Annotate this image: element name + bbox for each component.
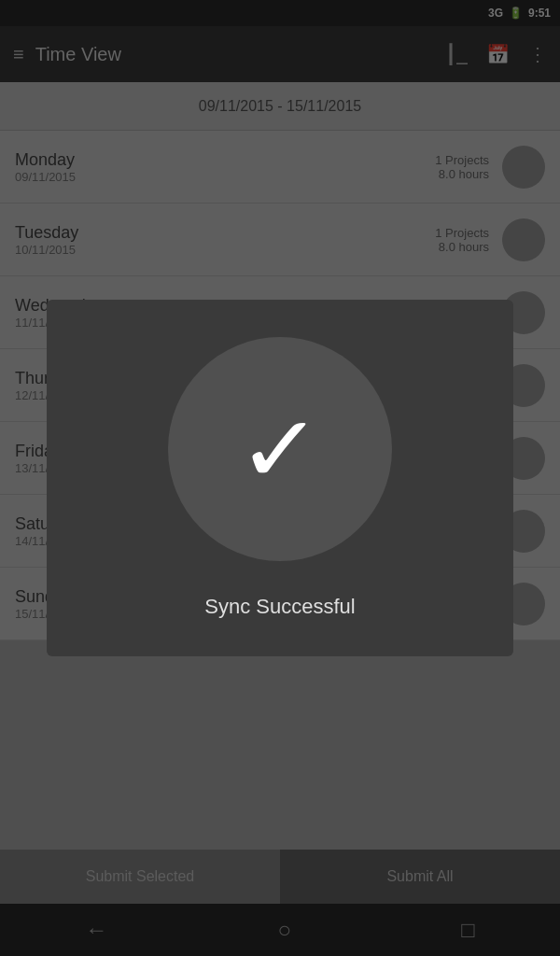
overlay: ✓ Sync Successful (0, 0, 560, 956)
checkmark-icon: ✓ (237, 402, 323, 496)
sync-success-dialog: ✓ Sync Successful (47, 300, 513, 656)
dialog-message: Sync Successful (204, 595, 355, 619)
dialog-icon-circle: ✓ (168, 337, 392, 561)
